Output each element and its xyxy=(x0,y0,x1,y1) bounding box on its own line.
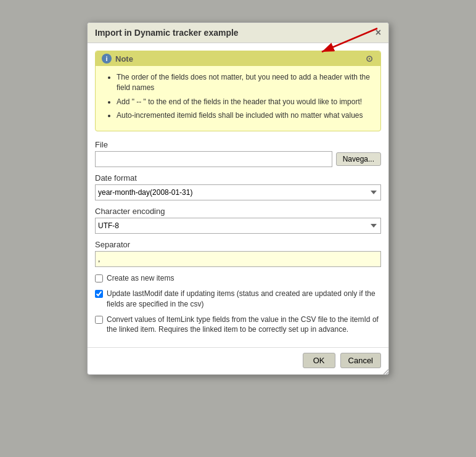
note-bullet-2: Add " -- " to the end of the fields in t… xyxy=(117,97,372,107)
modal-header: Import in Dynamic tracker example × xyxy=(88,23,388,43)
date-format-select-wrapper: year-month-day(2008-01-31) xyxy=(95,184,381,200)
modal-overlay: Import in Dynamic tracker example × i No… xyxy=(0,0,476,457)
info-icon: i xyxy=(102,54,112,64)
note-close-icon[interactable]: ⊙ xyxy=(366,54,374,63)
svg-line-3 xyxy=(386,372,388,374)
modal-resize-handle[interactable] xyxy=(381,367,388,374)
resize-icon xyxy=(381,367,388,374)
separator-label: Separator xyxy=(95,240,381,249)
char-encoding-label: Character encoding xyxy=(95,207,381,216)
date-format-select[interactable]: year-month-day(2008-01-31) xyxy=(95,184,381,200)
separator-input[interactable] xyxy=(95,251,381,267)
checkbox-label-2: Update lastModif date if updating items … xyxy=(107,289,381,310)
update-lastmodif-checkbox[interactable] xyxy=(95,290,103,298)
create-new-items-checkbox[interactable] xyxy=(95,274,103,282)
char-encoding-select-wrapper: UTF-8 xyxy=(95,218,381,234)
browse-button[interactable]: Navega... xyxy=(336,152,381,166)
date-format-label: Date format xyxy=(95,173,381,183)
ok-button[interactable]: OK xyxy=(303,353,335,368)
char-encoding-select[interactable]: UTF-8 xyxy=(95,218,381,234)
note-header-left: i Note xyxy=(102,54,133,64)
note-title: Note xyxy=(115,54,133,64)
modal-close-button[interactable]: × xyxy=(375,28,381,38)
modal-title: Import in Dynamic tracker example xyxy=(95,28,239,38)
file-field-group: File Navega... xyxy=(95,140,381,167)
note-bullet-3: Auto-incremented itemid fields shall be … xyxy=(117,110,372,121)
modal-body: i Note ⊙ The order of the fields does no… xyxy=(88,43,388,347)
svg-line-2 xyxy=(384,369,388,374)
modal-dialog: Import in Dynamic tracker example × i No… xyxy=(87,22,389,375)
note-panel: i Note ⊙ The order of the fields does no… xyxy=(95,51,381,131)
note-bullet-1: The order of the fields does not matter,… xyxy=(117,72,372,93)
date-format-group: Date format year-month-day(2008-01-31) xyxy=(95,173,381,200)
file-row: Navega... xyxy=(95,151,381,167)
cancel-button[interactable]: Cancel xyxy=(340,353,381,368)
checkbox-label-1: Create as new items xyxy=(107,273,174,284)
checkbox-row-3: Convert values of ItemLink type fields f… xyxy=(95,315,381,336)
checkbox-row-1: Create as new items xyxy=(95,273,381,284)
file-input[interactable] xyxy=(95,151,332,167)
separator-group: Separator xyxy=(95,240,381,267)
modal-footer: OK Cancel xyxy=(88,347,388,374)
char-encoding-group: Character encoding UTF-8 xyxy=(95,207,381,234)
checkbox-row-2: Update lastModif date if updating items … xyxy=(95,289,381,310)
note-header: i Note ⊙ xyxy=(96,51,380,66)
file-label: File xyxy=(95,140,381,149)
convert-itemlink-checkbox[interactable] xyxy=(95,316,103,324)
checkbox-label-3: Convert values of ItemLink type fields f… xyxy=(107,315,381,336)
note-body: The order of the fields does not matter,… xyxy=(96,66,380,131)
